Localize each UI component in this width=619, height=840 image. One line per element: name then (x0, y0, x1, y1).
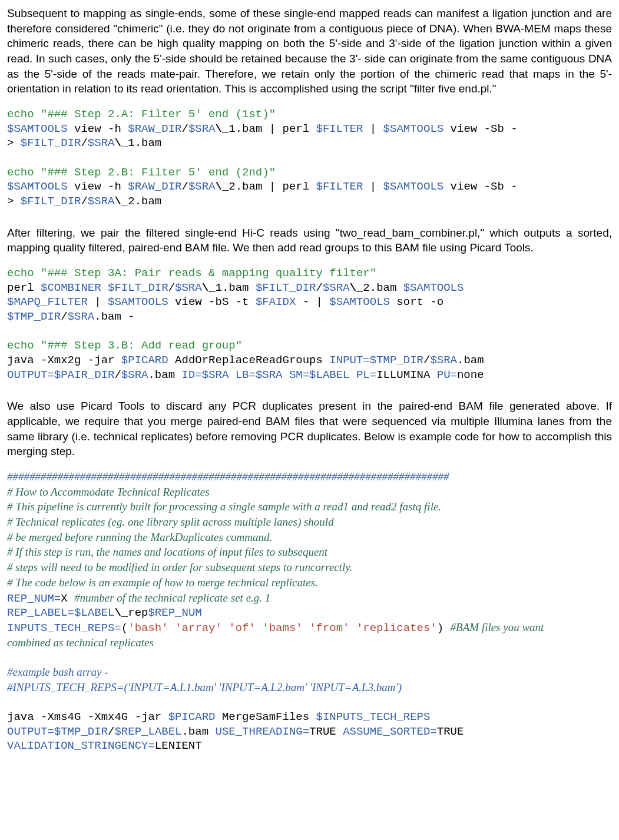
tk: $MAPQ_FILTER (7, 296, 88, 308)
tk: $INPUTS_TECH_REPS (316, 710, 431, 723)
paragraph-3: We also use Picard Tools to discard any … (7, 399, 612, 459)
tk: rep (128, 606, 148, 619)
tk: | (363, 180, 383, 193)
comment: #INPUTS_TECH_REPS=('INPUT=A.L1.bam' 'INP… (7, 681, 402, 693)
tk: ILLUMINA (376, 368, 437, 381)
tk: none (457, 368, 484, 381)
tk: X (61, 592, 74, 605)
echo-line: echo "### Step 2.A: Filter 5' end (1st)" (7, 108, 276, 121)
tk: view -Sb - (443, 122, 517, 135)
tk: $SAMTOOLS (7, 122, 68, 135)
tk: $SRA (323, 281, 350, 294)
echo-line: echo "### Step 3A: Pair reads & mapping … (7, 267, 376, 280)
tk: .bam (148, 368, 181, 381)
tk: $PICARD (168, 710, 222, 723)
tk: view -Sb - (443, 180, 517, 193)
tk: $FILT_DIR (256, 281, 316, 294)
comment: # Technical replicates (eg. one library … (7, 516, 334, 528)
tk: ( (121, 622, 128, 635)
tk: VALIDATION_STRINGENCY= (7, 739, 155, 752)
comment: #number of the technical replicate set e… (74, 592, 270, 604)
tk: \_ (215, 122, 229, 135)
tk: view -bS -t (168, 296, 256, 308)
tk: $RAW_DIR (128, 122, 181, 135)
tk: USE_THREADING= (215, 725, 309, 738)
tk: ASSUME_SORTED= (343, 725, 437, 738)
tk: AddOrReplaceReadGroups (168, 354, 330, 367)
code-block-step3: echo "### Step 3A: Pair reads & mapping … (7, 266, 612, 383)
tk: / (81, 137, 87, 150)
tk: LENIENT (155, 739, 202, 752)
tk: $SRA (68, 310, 95, 323)
tk: > (7, 137, 21, 150)
tk: 2.bam (363, 281, 403, 294)
tk: OUTPUT=$TMP_DIR (7, 725, 108, 738)
tk: 1.bam (215, 281, 255, 294)
tk: 2.bam (128, 195, 161, 208)
tk: $FILTER (316, 122, 363, 135)
comment: #example bash array - (7, 666, 108, 678)
tk: .bam - (94, 310, 134, 323)
tk: view -h (68, 180, 128, 193)
tk: $SRA (88, 137, 115, 150)
tk: ) (437, 622, 451, 635)
tk: INPUTS_TECH_REPS= (7, 622, 121, 635)
tk: $SAMTOOLS (403, 281, 464, 294)
comment: # This pipeline is currently built for p… (7, 500, 441, 513)
tk: $SAMTOOLS (383, 180, 444, 193)
comment: # be merged before running the MarkDupli… (7, 531, 272, 543)
tk: \_ (114, 195, 128, 208)
tk: OUTPUT=$PAIR_DIR (7, 368, 114, 381)
comment: # The code below is an example of how to… (7, 576, 318, 589)
tk: 1.bam (128, 137, 161, 150)
tk: 'bash' 'array' 'of' 'bams' 'from' 'repli… (128, 622, 437, 635)
tk: $SRA (188, 180, 216, 193)
tk: / (181, 122, 188, 135)
tk: \_ (114, 137, 128, 150)
comment: combined as technical replicates (7, 636, 154, 649)
paragraph-1: Subsequent to mapping as single-ends, so… (7, 6, 612, 97)
tk: \_ (350, 281, 363, 294)
tk: java -Xmx2g -jar (7, 354, 121, 367)
tk: REP_NUM= (7, 592, 61, 605)
comment: # steps will need to be modified in orde… (7, 561, 352, 573)
echo-line: echo "### Step 3.B: Add read group" (7, 339, 242, 352)
tk: TRUE (309, 725, 343, 738)
tk: $SRA (188, 122, 216, 135)
tk: \_ (202, 281, 216, 294)
tk: \_ (215, 180, 229, 193)
tk: INPUT=$TMP_DIR (329, 354, 423, 367)
tk: $FILT_DIR (21, 137, 81, 150)
tk: view -h (68, 122, 128, 135)
tk: .bam (457, 354, 484, 367)
tk: > (7, 195, 21, 208)
tk: / (108, 725, 114, 738)
tk: $SRA (121, 368, 148, 381)
paragraph-2: After filtering, we pair the filtered si… (7, 225, 612, 255)
tk: java -Xms4G -Xmx4G -jar (7, 710, 168, 723)
tk: $COMBINER $FILT_DIR (41, 281, 168, 294)
tk: / (61, 310, 67, 323)
tk: $FILT_DIR (21, 195, 81, 208)
tk: MergeSamFiles (222, 710, 316, 723)
tk: $REP_LABEL (114, 725, 181, 738)
tk: $SAMTOOLS (383, 122, 444, 135)
tk: / (168, 281, 175, 294)
tk: / (114, 368, 121, 381)
tk: ID=$SRA LB=$SRA SM=$LABEL PL= (181, 368, 376, 381)
tk: TRUE (437, 725, 464, 738)
comment: # If this step is run, the names and loc… (7, 546, 327, 558)
tk: $SAMTOOLS (329, 296, 390, 308)
tk: PU= (437, 368, 457, 381)
tk: / (316, 281, 323, 294)
tk: $SRA (88, 195, 115, 208)
tk: | (363, 122, 383, 135)
tk: / (423, 354, 430, 367)
tk: sort -o (390, 296, 443, 308)
tk: 1.bam | perl (229, 122, 316, 135)
tk: $TMP_DIR (7, 310, 61, 323)
comment: #BAM files you want (451, 621, 544, 633)
tk: $SAMTOOLS (108, 296, 168, 308)
tk: \_ (114, 606, 128, 619)
tk: $FILTER (316, 180, 363, 193)
